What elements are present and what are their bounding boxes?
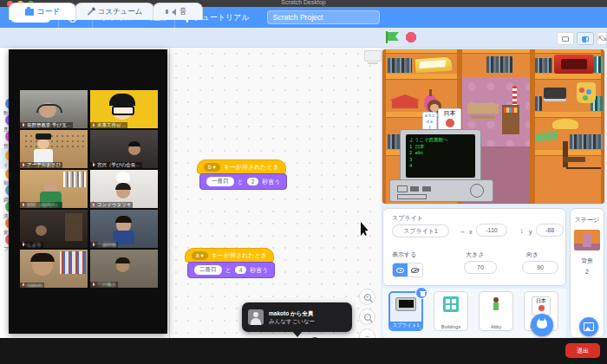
- say-join-label: と: [225, 266, 232, 275]
- muted-mic-icon: [22, 283, 25, 288]
- sprite-tile-label: Abby: [480, 323, 512, 330]
- when-key-pressed-hat-block[interactable]: b ▾ キーが押されたとき: [197, 159, 286, 174]
- size-input[interactable]: 70: [464, 261, 497, 274]
- small-stage-button[interactable]: [557, 32, 574, 45]
- prop-open-book: [414, 57, 452, 74]
- show-label: 表示する: [392, 250, 416, 259]
- size-label: 大きさ: [466, 250, 484, 259]
- participant-video[interactable]: 長野県教委 学び支…: [20, 90, 88, 128]
- y-position-icon: ↕: [520, 228, 524, 234]
- say-seconds-input[interactable]: 2: [247, 178, 259, 185]
- large-stage-button[interactable]: [577, 32, 594, 45]
- sprite-tile-abby[interactable]: Abby: [479, 291, 513, 331]
- buildings2-thumbnail: 日本: [532, 296, 551, 315]
- prop-temple: [389, 94, 421, 108]
- abby-thumbnail: [493, 297, 499, 315]
- key-dropdown[interactable]: a ▾: [192, 251, 208, 260]
- sprite1-monitor[interactable]: ようこそ図書館へ 1 日本 2 abc 3 4: [400, 129, 481, 185]
- participant-video[interactable]: 三沢颯太: [90, 250, 158, 288]
- say-for-seconds-block[interactable]: 一冊目 と 2 秒言う: [199, 173, 287, 190]
- backdrop-thumbnail[interactable]: [574, 230, 600, 250]
- tab-code[interactable]: コード: [9, 3, 76, 20]
- say-seconds-input[interactable]: 4: [235, 266, 247, 274]
- direction-label: 向き: [526, 250, 538, 259]
- participant-video[interactable]: 宮沢（学びの会長…: [90, 130, 158, 168]
- prop-theater: [554, 55, 594, 74]
- participant-name: 三浦柊輔: [97, 242, 116, 248]
- prop-green-book: [535, 132, 558, 142]
- sprite-tile-label: スプライト1: [390, 322, 421, 329]
- muted-mic-icon: [22, 203, 25, 208]
- fullscreen-button[interactable]: ⇱⇲: [597, 32, 607, 45]
- when-key-pressed-hat-block[interactable]: a ▾ キーが押されたとき: [185, 248, 274, 263]
- japan-flag-circle: [446, 119, 454, 127]
- key-dropdown[interactable]: b ▾: [204, 163, 220, 172]
- project-name-input[interactable]: [267, 10, 380, 24]
- zoom-in-button[interactable]: +: [359, 289, 375, 305]
- zoom-toolbar: [0, 338, 607, 364]
- eye-slash-icon: [411, 268, 419, 273]
- tab-costumes-label: コスチューム: [98, 7, 143, 17]
- large-stage-icon: [582, 36, 589, 42]
- sprite-tile-label: Buildings: [434, 323, 467, 330]
- sprite-name-input[interactable]: [392, 224, 449, 237]
- green-flag-button[interactable]: [388, 32, 399, 43]
- prop-trophy: [544, 88, 566, 99]
- monitor-screen: ようこそ図書館へ 1 日本 2 abc 3 4: [406, 134, 475, 178]
- monitor-icon: [364, 50, 382, 62]
- prop-chair: [563, 141, 587, 171]
- speaker-icon: [168, 9, 176, 16]
- add-backdrop-button[interactable]: [579, 317, 598, 336]
- muted-mic-icon: [92, 243, 95, 248]
- avatar: [248, 309, 264, 325]
- muted-mic-icon: [92, 163, 95, 168]
- x-label: x: [469, 229, 473, 235]
- stage[interactable]: a b cd ef 日本 ようこそ図書館へ 1 日本 2 abc 3 4: [382, 49, 604, 204]
- say-suffix-label: 秒言う: [250, 266, 268, 275]
- add-sprite-button[interactable]: [531, 314, 553, 336]
- participant-name: 長野県教委 学び支…: [27, 122, 71, 128]
- participant-video[interactable]: makoto: [20, 250, 88, 288]
- zoom-in-icon: +: [364, 294, 371, 301]
- hat-block-label: キーが押されたとき: [224, 163, 279, 172]
- tab-sounds-label: 音: [179, 7, 187, 17]
- participant-video[interactable]: 未来工作ゼ…: [90, 90, 158, 128]
- participant-video[interactable]: 三浦柊輔: [90, 210, 158, 248]
- participant-name: しより: [27, 242, 42, 248]
- code-workspace[interactable]: [170, 48, 381, 338]
- show-sprite-button[interactable]: [393, 263, 408, 276]
- zoom-out-icon: −: [364, 314, 371, 321]
- direction-input[interactable]: 90: [522, 261, 558, 274]
- tab-costumes[interactable]: コスチューム: [75, 3, 154, 20]
- sprite-tile-sprite1[interactable]: スプライト1: [388, 291, 423, 331]
- fullscreen-icon: ⇱⇲: [597, 35, 605, 42]
- chat-notification[interactable]: makoto から全員 みんなすごいなー: [242, 302, 352, 332]
- say-message-input[interactable]: 一冊目: [206, 177, 234, 186]
- muted-mic-icon: [22, 163, 25, 168]
- sprite-tile-buildings[interactable]: Buildings: [434, 291, 468, 331]
- buildings-thumbnail: [443, 296, 459, 312]
- picture-icon: [584, 322, 594, 331]
- y-position-input[interactable]: -88: [536, 224, 564, 237]
- say-message-input[interactable]: 二冊目: [194, 265, 222, 275]
- x-position-input[interactable]: -110: [476, 224, 507, 237]
- zoom-out-button[interactable]: −: [359, 309, 375, 325]
- sprite1-thumbnail: [395, 297, 416, 311]
- zoom-video-overlay[interactable]: 長野県教委 学び支… 未来工作ゼ… アーテルあさひ 宮沢（学びの会長… 村松（信…: [9, 49, 167, 334]
- hide-sprite-button[interactable]: [408, 263, 422, 276]
- tab-code-label: コード: [37, 7, 60, 17]
- tab-sounds[interactable]: 音: [153, 3, 203, 20]
- say-join-label: と: [238, 178, 244, 186]
- participant-video[interactable]: 村松（信州大）: [20, 170, 88, 208]
- blocks-icon: [25, 9, 34, 16]
- brush-icon: [87, 9, 94, 16]
- scratch-desktop-window: Scratch Desktop Scratch ▾ ファイル 編集 チュートリア…: [0, 0, 607, 364]
- delete-sprite-button[interactable]: [415, 287, 428, 299]
- participant-video[interactable]: アーテルあさひ: [20, 130, 88, 168]
- leave-meeting-button[interactable]: 退出: [565, 343, 600, 358]
- muted-mic-icon: [22, 243, 25, 248]
- participant-video[interactable]: コンドウタツキ: [90, 170, 158, 208]
- say-for-seconds-block[interactable]: 二冊目 と 4 秒言う: [187, 262, 275, 278]
- participant-name: アーテルあさひ: [27, 162, 61, 168]
- participant-video[interactable]: しより: [20, 210, 88, 248]
